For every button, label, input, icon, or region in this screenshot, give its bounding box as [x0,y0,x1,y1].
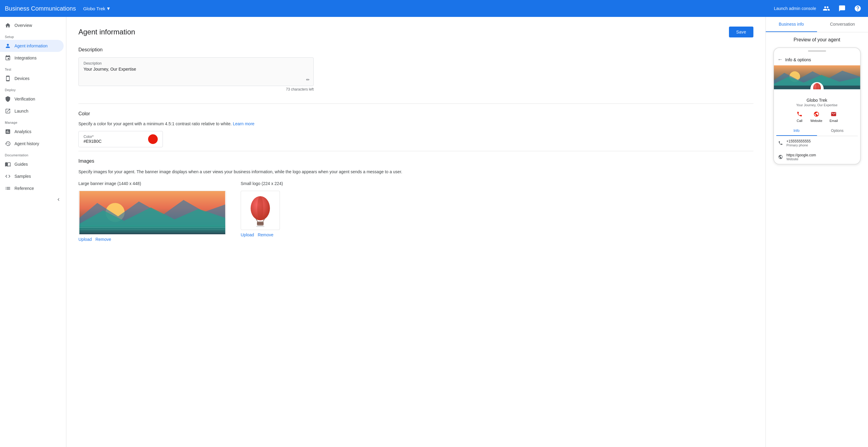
save-button[interactable]: Save [729,27,753,37]
phone-android-icon [5,76,11,82]
people-icon[interactable] [821,3,832,14]
description-section-title: Description [79,47,753,53]
phone-action-website[interactable]: Website [810,111,823,123]
sidebar-item-agent-history[interactable]: Agent history [0,138,64,150]
website-label: Website [810,119,823,123]
sidebar-item-reference[interactable]: Reference [0,182,64,195]
website-icon [813,111,820,118]
phone-tabs: Info Options [776,126,858,136]
sidebar-section-deploy: Deploy [0,85,66,93]
banner-upload-link[interactable]: Upload [79,237,92,242]
phone-header-label: Info & options [785,57,811,62]
svg-point-9 [257,196,263,220]
description-textarea[interactable]: Your Journey, Our Expertise [84,67,309,81]
sidebar-label-overview: Overview [14,23,32,28]
sidebar-section-manage: Manage [0,117,66,125]
book-icon [5,161,11,167]
phone-mockup: ← Info & options [773,48,861,165]
learn-more-link[interactable]: Learn more [233,121,254,126]
list-icon [5,185,11,191]
website-url: https://google.com [786,153,816,157]
home-icon [5,22,11,28]
right-panel-content: Preview of your agent ← Info & options [766,32,868,447]
right-panel-tabs: Business info Conversation [766,17,868,32]
sidebar-label-launch: Launch [14,109,28,114]
brand-selector[interactable]: Globo Trek ▾ [83,5,110,12]
color-section-title: Color [79,111,753,117]
color-section: Color Specify a color for your agent wit… [79,111,753,147]
sidebar-item-devices[interactable]: Devices [0,72,64,85]
logo-image-block: Small logo (224 x 224) [241,181,283,237]
phone-info-phone-text: +15555555555 Primary phone [786,139,811,147]
edit-icon[interactable]: ✏ [306,77,310,82]
color-field-inner: Color* #E91B0C [84,135,102,144]
banner-remove-link[interactable]: Remove [95,237,111,242]
sidebar-label-samples: Samples [14,174,31,179]
sidebar-section-setup: Setup [0,31,66,40]
right-panel: Business info Conversation Preview of yo… [766,17,868,447]
sidebar-item-guides[interactable]: Guides [0,158,64,170]
shield-icon [5,96,11,102]
phone-tab-options[interactable]: Options [817,126,858,136]
sidebar-item-launch[interactable]: Launch [0,105,64,117]
sidebar-label-integrations: Integrations [14,56,36,60]
phone-number: +15555555555 [786,139,811,143]
analytics-icon [5,128,11,135]
page-title: Agent information [79,28,135,36]
sidebar-item-analytics[interactable]: Analytics [0,125,64,138]
phone-info-website-text: https://google.com Website [786,153,816,161]
logo-actions: Upload Remove [241,232,283,237]
tab-business-info[interactable]: Business info [766,17,817,32]
email-label: Email [830,119,838,123]
chars-left: 73 characters left [79,87,314,91]
sidebar-label-devices: Devices [14,76,30,81]
top-nav: Business Communications Globo Trek ▾ Lau… [0,0,868,17]
sidebar-item-samples[interactable]: Samples [0,170,64,182]
person-icon [5,43,11,49]
color-value: #E91B0C [84,139,102,144]
phone-header: ← Info & options [774,54,860,65]
sidebar-item-overview[interactable]: Overview [0,19,64,31]
sidebar-item-integrations[interactable]: Integrations [0,52,64,64]
color-description: Specify a color for your agent with a mi… [79,121,753,126]
images-description: Specify images for your agent. The banne… [79,169,753,175]
launch-admin-console-link[interactable]: Launch admin console [774,6,816,11]
sidebar-section-docs: Documentation [0,150,66,158]
phone-actions: Call Website Email [774,107,860,126]
sidebar-collapse-button[interactable] [0,195,66,205]
phone-business-name: Globo Trek [774,98,860,102]
phone-notch [808,51,826,52]
launch-icon [5,108,11,114]
chat-icon[interactable] [837,3,847,14]
help-icon[interactable] [852,3,863,14]
page-header: Agent information Save [79,27,753,37]
tab-conversation[interactable]: Conversation [817,17,868,32]
logo-upload-link[interactable]: Upload [241,232,254,237]
sidebar: Overview Setup Agent information Integra… [0,17,66,447]
color-field[interactable]: Color* #E91B0C [79,131,163,147]
preview-title: Preview of your agent [771,37,863,42]
sidebar-label-analytics: Analytics [14,129,31,134]
phone-tab-info[interactable]: Info [776,126,817,136]
chevron-down-icon: ▾ [107,5,110,12]
images-grid: Large banner image (1440 x 448) [79,181,753,242]
sidebar-item-agent-information[interactable]: Agent information [0,40,64,52]
banner-image-block: Large banner image (1440 x 448) [79,181,226,242]
phone-banner [774,65,860,89]
phone-info-website: https://google.com Website [774,150,860,164]
phone-back-icon: ← [777,56,783,63]
banner-label: Large banner image (1440 x 448) [79,181,226,186]
phone-action-email[interactable]: Email [830,111,838,123]
brand-name: Globo Trek [83,6,105,11]
color-swatch[interactable] [148,134,158,144]
phone-info-website-icon [777,154,783,160]
logo-remove-link[interactable]: Remove [257,232,273,237]
phone-action-call[interactable]: Call [796,111,803,123]
sidebar-item-verification[interactable]: Verification [0,93,64,105]
phone-info-phone: +15555555555 Primary phone [774,136,860,150]
banner-preview [79,191,226,235]
sidebar-label-reference: Reference [14,186,34,191]
sidebar-label-verification: Verification [14,97,35,101]
description-field: Description Your Journey, Our Expertise … [79,57,314,86]
phone-number-label: Primary phone [786,143,811,147]
